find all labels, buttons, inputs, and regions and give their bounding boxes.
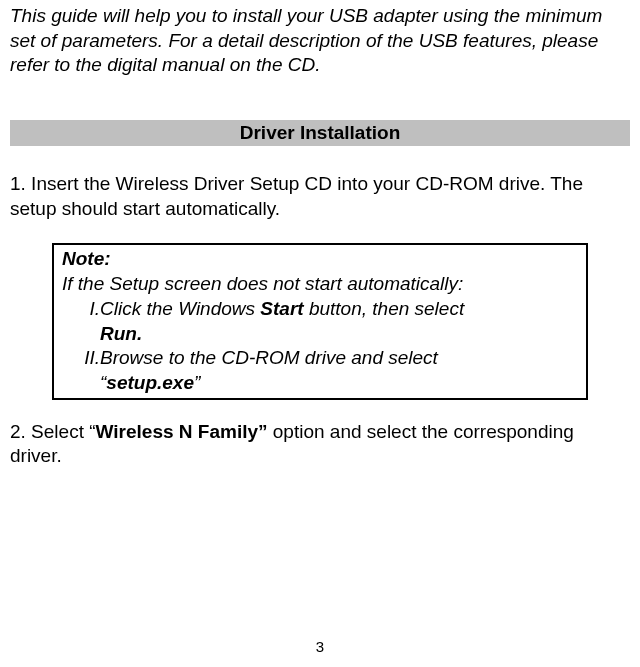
note-item-continue: “setup.exe”: [62, 371, 578, 396]
note-item-2: II. Browse to the CD-ROM drive and selec…: [62, 346, 578, 371]
note-item-1: I. Click the Windows Start button, then …: [62, 297, 578, 322]
bold-text: Run.: [100, 323, 142, 344]
note-line: If the Setup screen does not start autom…: [62, 272, 578, 297]
note-title: Note:: [62, 247, 578, 272]
text-fragment: ”: [194, 372, 200, 393]
note-box: Note: If the Setup screen does not start…: [52, 243, 588, 399]
roman-numeral: I.: [62, 297, 100, 322]
note-item-continue: Run.: [62, 322, 578, 347]
step-2: 2. Select “Wireless N Family” option and…: [10, 420, 630, 469]
step-1: 1. Insert the Wireless Driver Setup CD i…: [10, 172, 630, 221]
text-fragment: 2. Select “: [10, 421, 96, 442]
text-fragment: Click the Windows: [100, 298, 260, 319]
intro-text: This guide will help you to install your…: [10, 4, 630, 78]
roman-numeral: II.: [62, 346, 100, 371]
text-fragment: button, then select: [304, 298, 465, 319]
bold-text: Start: [260, 298, 303, 319]
section-heading: Driver Installation: [10, 120, 630, 146]
bold-text: Wireless N Family”: [96, 421, 268, 442]
note-item-text: Browse to the CD-ROM drive and select: [100, 346, 438, 371]
page-number: 3: [0, 638, 640, 655]
bold-text: setup.exe: [106, 372, 194, 393]
note-item-text: Click the Windows Start button, then sel…: [100, 297, 464, 322]
